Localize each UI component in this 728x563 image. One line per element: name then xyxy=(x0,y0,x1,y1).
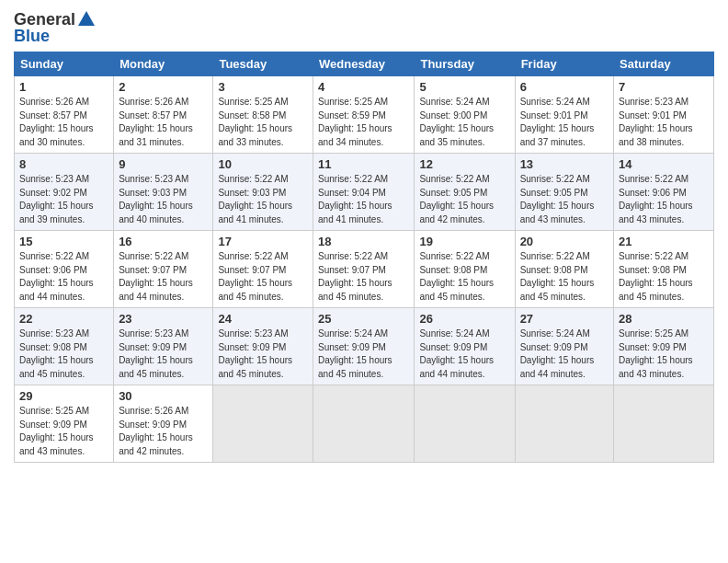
weekday-header-tuesday: Tuesday xyxy=(213,52,313,76)
day-info: Sunrise: 5:23 AM Sunset: 9:08 PM Dayligh… xyxy=(19,327,108,381)
day-info: Sunrise: 5:25 AM Sunset: 8:58 PM Dayligh… xyxy=(218,96,308,149)
day-number: 2 xyxy=(119,80,208,94)
calendar-cell xyxy=(614,385,714,463)
day-number: 21 xyxy=(619,235,709,248)
calendar-cell: 6Sunrise: 5:24 AM Sunset: 9:01 PM Daylig… xyxy=(515,76,613,154)
calendar-cell xyxy=(213,385,313,463)
day-number: 8 xyxy=(19,157,108,171)
day-info: Sunrise: 5:22 AM Sunset: 9:07 PM Dayligh… xyxy=(218,250,308,304)
calendar-cell: 26Sunrise: 5:24 AM Sunset: 9:09 PM Dayli… xyxy=(415,308,515,385)
day-number: 16 xyxy=(119,235,208,248)
calendar-cell: 23Sunrise: 5:23 AM Sunset: 9:09 PM Dayli… xyxy=(114,308,213,385)
logo-blue: Blue xyxy=(14,27,97,46)
calendar-week-row: 8Sunrise: 5:23 AM Sunset: 9:02 PM Daylig… xyxy=(15,154,714,231)
day-info: Sunrise: 5:22 AM Sunset: 9:06 PM Dayligh… xyxy=(619,173,709,226)
day-info: Sunrise: 5:23 AM Sunset: 9:03 PM Dayligh… xyxy=(119,173,208,226)
day-number: 5 xyxy=(419,80,509,94)
calendar-cell: 5Sunrise: 5:24 AM Sunset: 9:00 PM Daylig… xyxy=(415,76,515,154)
day-info: Sunrise: 5:25 AM Sunset: 8:59 PM Dayligh… xyxy=(318,96,409,149)
day-number: 10 xyxy=(218,157,308,171)
day-number: 3 xyxy=(218,80,308,94)
header: General Blue xyxy=(14,9,714,46)
calendar-cell: 15Sunrise: 5:22 AM Sunset: 9:06 PM Dayli… xyxy=(15,231,114,308)
day-number: 7 xyxy=(619,80,709,94)
day-info: Sunrise: 5:26 AM Sunset: 8:57 PM Dayligh… xyxy=(19,96,108,149)
calendar-cell xyxy=(415,385,515,463)
weekday-header-thursday: Thursday xyxy=(415,52,515,76)
day-number: 30 xyxy=(119,389,208,403)
day-info: Sunrise: 5:23 AM Sunset: 9:09 PM Dayligh… xyxy=(119,327,208,381)
calendar-cell: 19Sunrise: 5:22 AM Sunset: 9:08 PM Dayli… xyxy=(415,231,515,308)
calendar-week-row: 29Sunrise: 5:25 AM Sunset: 9:09 PM Dayli… xyxy=(15,385,714,463)
day-number: 9 xyxy=(119,157,208,171)
calendar-cell: 10Sunrise: 5:22 AM Sunset: 9:03 PM Dayli… xyxy=(213,154,313,231)
calendar-cell: 9Sunrise: 5:23 AM Sunset: 9:03 PM Daylig… xyxy=(114,154,213,231)
day-number: 6 xyxy=(520,80,609,94)
day-info: Sunrise: 5:24 AM Sunset: 9:09 PM Dayligh… xyxy=(520,327,609,381)
day-number: 24 xyxy=(218,312,308,326)
day-number: 13 xyxy=(520,157,609,171)
day-number: 26 xyxy=(419,312,509,326)
day-number: 14 xyxy=(619,157,709,171)
day-number: 19 xyxy=(419,235,509,248)
day-info: Sunrise: 5:25 AM Sunset: 9:09 PM Dayligh… xyxy=(19,405,108,458)
day-number: 27 xyxy=(520,312,609,326)
day-info: Sunrise: 5:24 AM Sunset: 9:00 PM Dayligh… xyxy=(419,96,509,149)
day-number: 22 xyxy=(19,312,108,326)
day-number: 4 xyxy=(318,80,409,94)
logo: General Blue xyxy=(14,9,97,46)
day-number: 20 xyxy=(520,235,609,248)
day-info: Sunrise: 5:23 AM Sunset: 9:02 PM Dayligh… xyxy=(19,173,108,226)
day-info: Sunrise: 5:22 AM Sunset: 9:08 PM Dayligh… xyxy=(619,250,709,304)
calendar-cell: 13Sunrise: 5:22 AM Sunset: 9:05 PM Dayli… xyxy=(515,154,613,231)
day-number: 12 xyxy=(419,157,509,171)
day-info: Sunrise: 5:23 AM Sunset: 9:09 PM Dayligh… xyxy=(218,327,308,381)
day-info: Sunrise: 5:22 AM Sunset: 9:08 PM Dayligh… xyxy=(520,250,609,304)
day-number: 1 xyxy=(19,80,108,94)
day-number: 28 xyxy=(619,312,709,326)
day-number: 15 xyxy=(19,235,108,248)
svg-marker-0 xyxy=(78,11,95,26)
day-info: Sunrise: 5:24 AM Sunset: 9:09 PM Dayligh… xyxy=(419,327,509,381)
weekday-header-monday: Monday xyxy=(114,52,213,76)
calendar-cell: 17Sunrise: 5:22 AM Sunset: 9:07 PM Dayli… xyxy=(213,231,313,308)
calendar-cell: 3Sunrise: 5:25 AM Sunset: 8:58 PM Daylig… xyxy=(213,76,313,154)
calendar-cell: 2Sunrise: 5:26 AM Sunset: 8:57 PM Daylig… xyxy=(114,76,213,154)
calendar-cell: 25Sunrise: 5:24 AM Sunset: 9:09 PM Dayli… xyxy=(313,308,415,385)
day-info: Sunrise: 5:26 AM Sunset: 8:57 PM Dayligh… xyxy=(119,96,208,149)
calendar-cell: 20Sunrise: 5:22 AM Sunset: 9:08 PM Dayli… xyxy=(515,231,613,308)
calendar-week-row: 15Sunrise: 5:22 AM Sunset: 9:06 PM Dayli… xyxy=(15,231,714,308)
day-number: 29 xyxy=(19,389,108,403)
calendar-cell: 28Sunrise: 5:25 AM Sunset: 9:09 PM Dayli… xyxy=(614,308,714,385)
day-info: Sunrise: 5:22 AM Sunset: 9:05 PM Dayligh… xyxy=(419,173,509,226)
calendar-cell: 12Sunrise: 5:22 AM Sunset: 9:05 PM Dayli… xyxy=(415,154,515,231)
calendar-cell: 30Sunrise: 5:26 AM Sunset: 9:09 PM Dayli… xyxy=(114,385,213,463)
calendar-cell: 24Sunrise: 5:23 AM Sunset: 9:09 PM Dayli… xyxy=(213,308,313,385)
day-number: 18 xyxy=(318,235,409,248)
calendar-cell: 4Sunrise: 5:25 AM Sunset: 8:59 PM Daylig… xyxy=(313,76,415,154)
day-info: Sunrise: 5:24 AM Sunset: 9:09 PM Dayligh… xyxy=(318,327,409,381)
day-info: Sunrise: 5:22 AM Sunset: 9:06 PM Dayligh… xyxy=(19,250,108,304)
calendar-cell xyxy=(313,385,415,463)
calendar-cell: 22Sunrise: 5:23 AM Sunset: 9:08 PM Dayli… xyxy=(15,308,114,385)
calendar: SundayMondayTuesdayWednesdayThursdayFrid… xyxy=(14,52,714,463)
calendar-cell: 18Sunrise: 5:22 AM Sunset: 9:07 PM Dayli… xyxy=(313,231,415,308)
weekday-header-wednesday: Wednesday xyxy=(313,52,415,76)
day-info: Sunrise: 5:22 AM Sunset: 9:05 PM Dayligh… xyxy=(520,173,609,226)
day-info: Sunrise: 5:23 AM Sunset: 9:01 PM Dayligh… xyxy=(619,96,709,149)
day-info: Sunrise: 5:25 AM Sunset: 9:09 PM Dayligh… xyxy=(619,327,709,381)
day-info: Sunrise: 5:22 AM Sunset: 9:04 PM Dayligh… xyxy=(318,173,409,226)
calendar-cell: 1Sunrise: 5:26 AM Sunset: 8:57 PM Daylig… xyxy=(15,76,114,154)
day-number: 25 xyxy=(318,312,409,326)
calendar-week-row: 22Sunrise: 5:23 AM Sunset: 9:08 PM Dayli… xyxy=(15,308,714,385)
page: General Blue SundayMondayTuesdayWednesda… xyxy=(0,0,728,477)
weekday-header-friday: Friday xyxy=(515,52,613,76)
calendar-cell: 7Sunrise: 5:23 AM Sunset: 9:01 PM Daylig… xyxy=(614,76,714,154)
weekday-header-saturday: Saturday xyxy=(614,52,714,76)
day-info: Sunrise: 5:22 AM Sunset: 9:07 PM Dayligh… xyxy=(119,250,208,304)
calendar-cell: 16Sunrise: 5:22 AM Sunset: 9:07 PM Dayli… xyxy=(114,231,213,308)
day-number: 23 xyxy=(119,312,208,326)
calendar-cell: 29Sunrise: 5:25 AM Sunset: 9:09 PM Dayli… xyxy=(15,385,114,463)
weekday-header-row: SundayMondayTuesdayWednesdayThursdayFrid… xyxy=(15,52,714,76)
logo-icon xyxy=(76,9,97,29)
